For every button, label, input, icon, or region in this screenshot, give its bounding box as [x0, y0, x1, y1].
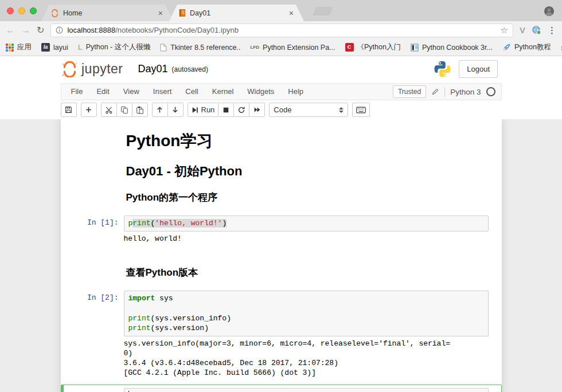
- notebook-body: Python学习Day01 - 初始PythonPython的第一个程序In […: [0, 119, 562, 392]
- cut-cell-button[interactable]: [101, 103, 117, 117]
- markdown-cell[interactable]: Python的第一个程序: [61, 186, 502, 207]
- lfd-icon: LFD: [250, 43, 259, 52]
- jupyter-spinner-icon: [50, 9, 59, 17]
- profile-avatar-icon[interactable]: [544, 6, 555, 17]
- zoom-window-button[interactable]: [30, 7, 37, 14]
- output-prompt: [64, 336, 124, 380]
- new-tab-button[interactable]: [313, 7, 334, 15]
- bookmark-item[interactable]: C《Python入门: [345, 42, 401, 52]
- checkpoint-status: (autosaved): [172, 65, 208, 73]
- extension-globe-icon[interactable]: [532, 25, 541, 35]
- bookmark-item[interactable]: LFDPython Extension Pa...: [250, 43, 335, 52]
- command-palette-button[interactable]: [352, 103, 370, 117]
- menu-file[interactable]: File: [64, 84, 90, 100]
- divider: [444, 87, 445, 97]
- cell-output: hello, world!: [124, 232, 182, 246]
- layui-icon: la: [41, 43, 50, 52]
- url-text: localhost:8888/notebooks/PythonCode/Day0…: [67, 26, 239, 34]
- code-input[interactable]: import sysprint(sys.version_info)print(s…: [124, 291, 489, 336]
- tab-day01[interactable]: Day01 ×: [169, 5, 304, 21]
- menu-kernel[interactable]: Kernel: [205, 84, 241, 100]
- paste-cell-button[interactable]: [132, 103, 148, 117]
- bookmark-star-icon[interactable]: ☆: [501, 25, 508, 36]
- bookmarks-bar: 应用lalayuiLPython - 这个人很懒Tkinter 8.5 refe…: [0, 39, 562, 56]
- code-cell[interactable]: In [2]:import sysprint(sys.version_info)…: [61, 287, 502, 383]
- jupyter-logo[interactable]: jupyter: [61, 61, 123, 77]
- browser-menu-icon[interactable]: ⋮: [548, 25, 556, 36]
- cell-output: sys.version_info(major=3, minor=6, micro…: [124, 336, 451, 380]
- output-prompt: [64, 232, 124, 246]
- address-bar[interactable]: localhost:8888/notebooks/PythonCode/Day0…: [50, 23, 513, 37]
- bookmark-item[interactable]: Python Cookbook 3r...: [411, 44, 493, 52]
- jupyter-logo-icon: [61, 61, 79, 77]
- input-prompt: In [2]:: [64, 291, 124, 336]
- run-cell-button[interactable]: Run: [188, 103, 219, 117]
- close-icon[interactable]: ×: [158, 9, 163, 17]
- tab-home[interactable]: Home ×: [41, 5, 173, 21]
- browser-window: Home × Day01 × ← → ↻ localhost:8888/note…: [0, 0, 562, 392]
- tab-strip: Home × Day01 ×: [0, 0, 562, 21]
- kernel-idle-icon: [486, 87, 495, 96]
- markdown-cell[interactable]: 查看Python版本: [61, 249, 502, 283]
- menu-view[interactable]: View: [116, 84, 146, 100]
- forward-button[interactable]: →: [21, 26, 30, 35]
- interrupt-kernel-button[interactable]: [218, 103, 234, 117]
- move-cell-down-button[interactable]: [167, 103, 184, 117]
- notebook-title[interactable]: Day01: [138, 63, 168, 75]
- menu-widgets[interactable]: Widgets: [240, 84, 281, 100]
- minimize-window-button[interactable]: [18, 7, 25, 14]
- bookmark-label: Python Extension Pa...: [263, 44, 335, 52]
- notebook-container: Python学习Day01 - 初始PythonPython的第一个程序In […: [61, 119, 502, 392]
- bookmark-item[interactable]: lalayui: [41, 43, 68, 52]
- close-icon[interactable]: ×: [289, 9, 294, 17]
- close-window-button[interactable]: [7, 7, 14, 14]
- address-bar-row: ← → ↻ localhost:8888/notebooks/PythonCod…: [0, 21, 562, 39]
- kernel-name: Python 3: [450, 88, 481, 96]
- restart-kernel-button[interactable]: [233, 103, 249, 117]
- bookmark-item[interactable]: 应用: [6, 42, 32, 52]
- menu-help[interactable]: Help: [281, 84, 310, 100]
- cell-type-select[interactable]: Code: [269, 103, 348, 117]
- notebook-toolbar: Run Code: [61, 103, 502, 119]
- notebook-book-icon: [178, 9, 186, 17]
- restart-run-all-button[interactable]: [249, 103, 265, 117]
- book-lines-icon: [411, 44, 419, 52]
- extension-v-icon[interactable]: V: [520, 25, 525, 35]
- logout-button[interactable]: Logout: [459, 60, 498, 78]
- input-prompt: [64, 189, 124, 204]
- notebook-menubar: FileEditViewInsertCellKernelWidgetsHelp …: [61, 83, 502, 100]
- bookmark-item[interactable]: LPython - 这个人很懒: [78, 42, 150, 52]
- heading-level-1: Python学习: [126, 132, 213, 150]
- letter-l-icon: L: [78, 43, 83, 52]
- select-arrows-icon: [339, 107, 344, 113]
- input-prompt: In [ ]:: [64, 388, 124, 392]
- input-prompt: In [1]:: [64, 215, 124, 232]
- copy-cell-button[interactable]: [116, 103, 132, 117]
- python-logo-icon: [434, 61, 451, 77]
- markdown-cell[interactable]: Day01 - 初始Python: [61, 160, 502, 186]
- markdown-cell[interactable]: Python学习: [61, 127, 502, 160]
- heading-level-3: Python的第一个程序: [126, 191, 218, 204]
- rocket-icon: [502, 43, 511, 52]
- menu-edit[interactable]: Edit: [89, 84, 116, 100]
- code-input[interactable]: [124, 388, 489, 392]
- move-cell-up-button[interactable]: [152, 103, 168, 117]
- menu-insert[interactable]: Insert: [146, 84, 179, 100]
- pencil-icon[interactable]: [431, 88, 439, 96]
- save-button[interactable]: [61, 103, 77, 117]
- add-cell-button[interactable]: [81, 103, 97, 117]
- code-cell[interactable]: In [ ]:: [61, 385, 502, 392]
- code-cell[interactable]: In [1]:print('hello, world!')hello, worl…: [61, 212, 502, 249]
- jupyter-header: jupyter Day01 (autosaved) Logout: [0, 56, 562, 82]
- menu-cell[interactable]: Cell: [178, 84, 205, 100]
- tab-label: Day01: [190, 9, 285, 17]
- bookmark-item[interactable]: Python教程: [502, 42, 551, 52]
- bookmark-item[interactable]: Tkinter 8.5 reference..: [160, 44, 240, 52]
- info-icon[interactable]: [56, 26, 63, 34]
- reload-button[interactable]: ↻: [37, 26, 44, 35]
- bookmark-label: Python教程: [514, 42, 551, 52]
- trusted-button[interactable]: Trusted: [393, 85, 426, 98]
- code-input[interactable]: print('hello, world!'): [124, 215, 489, 232]
- back-button[interactable]: ←: [6, 26, 15, 35]
- apps-grid-icon: [6, 44, 14, 52]
